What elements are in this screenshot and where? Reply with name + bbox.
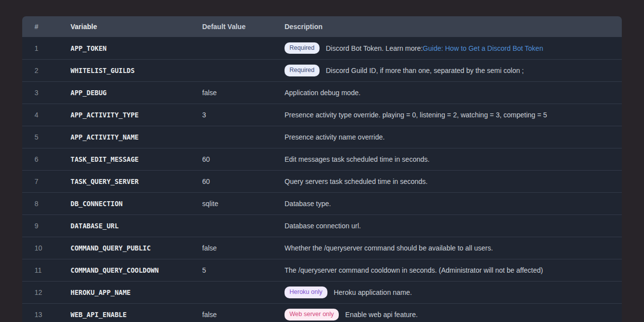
description-text: Discord Bot Token. Learn more: <box>326 44 423 52</box>
description-text: Enable web api feature. <box>345 311 418 319</box>
description-link[interactable]: Guide: How to Get a Discord Bot Token <box>423 44 543 52</box>
variable-name: DB_CONNECTION <box>71 200 202 208</box>
table-row: 2 WHITELIST_GUILDS RequiredDiscord Guild… <box>22 59 622 81</box>
description-cell: RequiredDiscord Bot Token. Learn more: G… <box>285 42 622 54</box>
column-header-variable: Variable <box>71 23 202 31</box>
row-number: 11 <box>22 266 71 274</box>
description-text: Query servers task scheduled time in sec… <box>285 178 428 185</box>
row-number: 7 <box>22 178 71 185</box>
row-number: 4 <box>22 111 71 119</box>
description-cell: Database type. <box>285 200 622 208</box>
row-number: 6 <box>22 155 71 163</box>
description-cell: Database connection url. <box>285 222 622 230</box>
row-number: 13 <box>22 311 71 319</box>
description-text: Database type. <box>285 200 331 208</box>
variable-name: APP_ACTIVITY_TYPE <box>71 111 202 119</box>
description-text: Database connection url. <box>285 222 361 230</box>
row-number: 2 <box>22 67 71 74</box>
env-variables-table: # Variable Default Value Description 1 A… <box>22 16 622 322</box>
variable-name: TASK_QUERY_SERVER <box>71 178 202 185</box>
row-number: 5 <box>22 133 71 141</box>
description-cell: Query servers task scheduled time in sec… <box>285 178 622 185</box>
table-row: 8 DB_CONNECTION sqlite Database type. <box>22 192 622 215</box>
description-text: The /queryserver command cooldown in sec… <box>285 266 543 274</box>
heroku-badge: Heroku only <box>285 286 327 298</box>
table-row: 3 APP_DEBUG false Application debug mode… <box>22 81 622 104</box>
table-row: 5 APP_ACTIVITY_NAME Presence activity na… <box>22 126 622 148</box>
variable-name: WHITELIST_GUILDS <box>71 67 202 74</box>
table-row: 13 WEB_API_ENABLE false Web server onlyE… <box>22 303 622 322</box>
description-text: Heroku application name. <box>334 288 412 296</box>
table-header-row: # Variable Default Value Description <box>22 16 622 37</box>
variable-name: DATABASE_URL <box>71 222 202 230</box>
row-number: 12 <box>22 288 71 296</box>
description-text: Discord Guild ID, if more than one, sepa… <box>326 67 524 74</box>
variable-name: TASK_EDIT_MESSAGE <box>71 155 202 163</box>
table-row: 11 COMMAND_QUERY_COOLDOWN 5 The /queryse… <box>22 259 622 281</box>
table-row: 4 APP_ACTIVITY_TYPE 3 Presence activity … <box>22 104 622 126</box>
default-value: sqlite <box>202 200 285 208</box>
description-cell: Whether the /queryserver command should … <box>285 244 622 252</box>
row-number: 1 <box>22 44 71 52</box>
description-cell: Presence activity type override. playing… <box>285 111 622 119</box>
variable-name: COMMAND_QUERY_PUBLIC <box>71 244 202 252</box>
column-header-number: # <box>22 23 71 31</box>
default-value: false <box>202 311 285 319</box>
table-row: 1 APP_TOKEN RequiredDiscord Bot Token. L… <box>22 37 622 59</box>
description-text: Whether the /queryserver command should … <box>285 244 493 252</box>
variable-name: APP_TOKEN <box>71 44 202 52</box>
table-row: 9 DATABASE_URL Database connection url. <box>22 215 622 237</box>
variable-name: HEROKU_APP_NAME <box>71 288 202 296</box>
description-cell: Web server onlyEnable web api feature. <box>285 309 622 321</box>
required-badge: Required <box>285 42 320 54</box>
row-number: 3 <box>22 89 71 97</box>
variable-name: APP_DEBUG <box>71 89 202 97</box>
default-value: 60 <box>202 155 285 163</box>
table-row: 10 COMMAND_QUERY_PUBLIC false Whether th… <box>22 237 622 259</box>
description-cell: Presence activity name override. <box>285 133 622 141</box>
column-header-default-value: Default Value <box>202 23 285 31</box>
description-cell: The /queryserver command cooldown in sec… <box>285 266 622 274</box>
column-header-description: Description <box>285 23 622 31</box>
table-row: 6 TASK_EDIT_MESSAGE 60 Edit messages tas… <box>22 148 622 170</box>
table-body: 1 APP_TOKEN RequiredDiscord Bot Token. L… <box>22 37 622 322</box>
row-number: 10 <box>22 244 71 252</box>
description-text: Presence activity name override. <box>285 133 385 141</box>
description-text: Edit messages task scheduled time in sec… <box>285 155 429 163</box>
variable-name: COMMAND_QUERY_COOLDOWN <box>71 266 202 274</box>
required-badge: Required <box>285 65 320 76</box>
description-text: Application debug mode. <box>285 89 360 97</box>
description-cell: RequiredDiscord Guild ID, if more than o… <box>285 65 622 76</box>
description-text: Presence activity type override. playing… <box>285 111 547 119</box>
description-cell: Heroku onlyHeroku application name. <box>285 286 622 298</box>
table-row: 7 TASK_QUERY_SERVER 60 Query servers tas… <box>22 170 622 192</box>
default-value: 5 <box>202 266 285 274</box>
row-number: 9 <box>22 222 71 230</box>
variable-name: WEB_API_ENABLE <box>71 311 202 319</box>
description-cell: Edit messages task scheduled time in sec… <box>285 155 622 163</box>
default-value: false <box>202 89 285 97</box>
table-row: 12 HEROKU_APP_NAME Heroku onlyHeroku app… <box>22 281 622 303</box>
description-cell: Application debug mode. <box>285 89 622 97</box>
webserver-badge: Web server only <box>285 309 339 321</box>
default-value: 3 <box>202 111 285 119</box>
row-number: 8 <box>22 200 71 208</box>
variable-name: APP_ACTIVITY_NAME <box>71 133 202 141</box>
default-value: 60 <box>202 178 285 185</box>
default-value: false <box>202 244 285 252</box>
